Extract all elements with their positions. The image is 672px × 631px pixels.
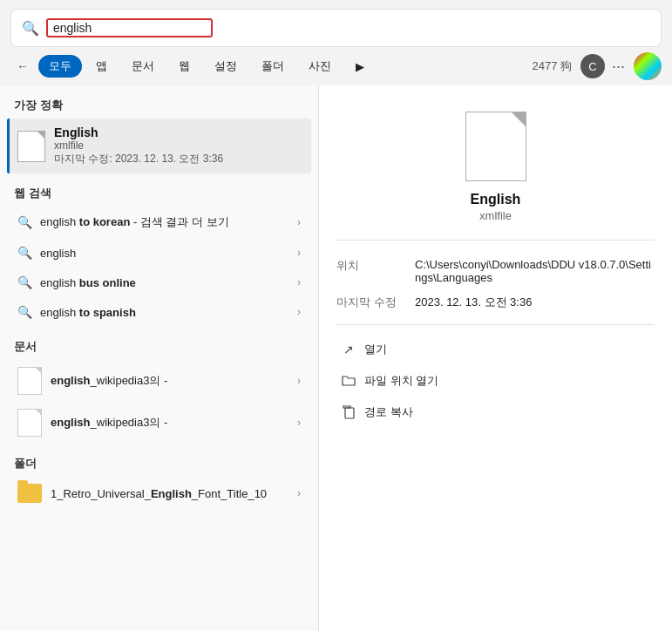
main-content: 가장 정확 English xmlfile 마지막 수정: 2023. 12. … — [0, 85, 672, 631]
search-input[interactable] — [46, 18, 213, 37]
search-bar: 🔍 — [10, 9, 662, 47]
web-search-text-4: english to spanish — [40, 306, 297, 319]
preview-file-icon — [465, 112, 526, 181]
chevron-right-icon-3: › — [297, 276, 301, 288]
meta-label-location: 위치 — [336, 258, 415, 284]
loading-indicator: C — [580, 54, 605, 78]
action-list: ↗ 열기 파일 위치 열기 경로 복사 — [336, 324, 655, 428]
web-search-text-1: english to korean - 검색 결과 더 보기 — [40, 214, 297, 230]
meta-row-date: 마지막 수정 2023. 12. 13. 오전 3:36 — [336, 289, 655, 316]
nav-photo-button[interactable]: 사진 — [298, 55, 342, 78]
open-icon: ↗ — [340, 341, 357, 358]
doc-text-1: english_wikipedia3의 - — [51, 373, 297, 389]
meta-label-date: 마지막 수정 — [336, 295, 415, 310]
web-search-item-1[interactable]: 🔍 english to korean - 검색 결과 더 보기 › — [3, 207, 315, 238]
left-panel: 가장 정확 English xmlfile 마지막 수정: 2023. 12. … — [0, 85, 318, 631]
search-sm-icon-2: 🔍 — [17, 246, 31, 260]
file-name: English — [54, 126, 223, 139]
chevron-right-icon-4: › — [297, 306, 301, 318]
meta-row-location: 위치 C:\Users\conyi\Downloads\DDU v18.0.7.… — [336, 253, 655, 289]
result-count: 2477 狗 — [532, 58, 572, 74]
preview-name: English — [471, 192, 521, 207]
best-match-section-title: 가장 정확 — [0, 85, 318, 119]
nav-app-button[interactable]: 앱 — [85, 55, 118, 78]
nav-all-button[interactable]: 모두 — [38, 55, 82, 78]
svg-rect-0 — [345, 408, 354, 418]
more-button[interactable]: ··· — [612, 58, 625, 76]
web-search-text-2: english — [40, 247, 297, 260]
doc-item-1[interactable]: english_wikipedia3의 - › — [3, 360, 315, 402]
doc-file-icon-2 — [17, 409, 42, 437]
search-icon: 🔍 — [22, 20, 39, 37]
meta-value-location: C:\Users\conyi\Downloads\DDU v18.0.7.0\S… — [415, 258, 655, 284]
chevron-right-folder-1: › — [297, 487, 301, 499]
web-search-section-title: 웹 검색 — [0, 173, 318, 207]
file-date: 마지막 수정: 2023. 12. 13. 오전 3:36 — [54, 152, 223, 166]
user-avatar[interactable] — [634, 52, 662, 80]
action-open[interactable]: ↗ 열기 — [336, 334, 655, 365]
nav-folder-button[interactable]: 폴더 — [251, 55, 295, 78]
web-search-item-3[interactable]: 🔍 english bus online › — [3, 268, 315, 297]
web-search-text-3: english bus online — [40, 276, 297, 289]
folders-section-title: 폴더 — [0, 444, 318, 477]
preview-type: xmlfile — [479, 209, 512, 222]
right-panel: English xmlfile 위치 C:\Users\conyi\Downlo… — [318, 85, 672, 631]
action-open-label: 열기 — [364, 342, 387, 357]
folder-open-icon — [340, 372, 357, 390]
meta-table: 위치 C:\Users\conyi\Downloads\DDU v18.0.7.… — [336, 240, 655, 316]
best-match-item[interactable]: English xmlfile 마지막 수정: 2023. 12. 13. 오전… — [7, 119, 311, 173]
chevron-right-icon-2: › — [297, 247, 301, 259]
action-open-location-label: 파일 위치 열기 — [364, 373, 438, 389]
doc-item-2[interactable]: english_wikipedia3의 - › — [3, 402, 315, 444]
folder-icon — [17, 484, 42, 503]
doc-file-icon-1 — [17, 367, 42, 395]
search-sm-icon-3: 🔍 — [17, 275, 31, 289]
search-sm-icon: 🔍 — [17, 215, 31, 229]
docs-section-title: 문서 — [0, 327, 318, 360]
chevron-right-doc-2: › — [297, 417, 301, 429]
search-sm-icon-4: 🔍 — [17, 305, 31, 319]
file-type: xmlfile — [54, 139, 223, 152]
file-icon — [17, 131, 45, 162]
folder-item-1[interactable]: 1_Retro_Universal_English_Font_Title_10 … — [3, 477, 315, 510]
back-button[interactable]: ← — [10, 54, 35, 78]
action-open-location[interactable]: 파일 위치 열기 — [336, 365, 655, 397]
meta-value-date: 2023. 12. 13. 오전 3:36 — [415, 295, 532, 310]
action-copy-path-label: 경로 복사 — [364, 404, 413, 420]
action-copy-path[interactable]: 경로 복사 — [336, 397, 655, 428]
folder-text-1: 1_Retro_Universal_English_Font_Title_10 — [51, 487, 297, 500]
doc-text-2: english_wikipedia3의 - — [51, 415, 297, 431]
nav-doc-button[interactable]: 문서 — [121, 55, 165, 78]
nav-settings-button[interactable]: 설정 — [204, 55, 248, 78]
web-search-item-4[interactable]: 🔍 english to spanish › — [3, 297, 315, 327]
chevron-right-doc-1: › — [297, 375, 301, 387]
file-info: English xmlfile 마지막 수정: 2023. 12. 13. 오전… — [54, 126, 223, 166]
nav-bar: ← 모두 앱 문서 웹 설정 폴더 사진 ▶ 2477 狗 C ··· — [0, 47, 672, 85]
chevron-right-icon: › — [297, 216, 301, 228]
web-search-item-2[interactable]: 🔍 english › — [3, 238, 315, 268]
nav-play-button[interactable]: ▶ — [345, 57, 375, 77]
copy-icon — [340, 404, 357, 421]
nav-web-button[interactable]: 웹 — [168, 55, 200, 78]
